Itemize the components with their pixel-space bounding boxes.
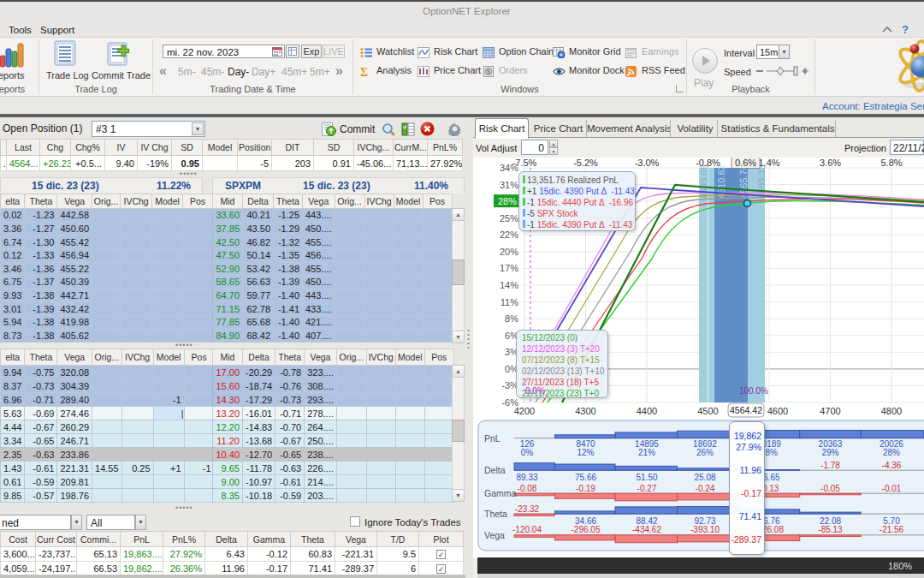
- svg-text:4500: 4500: [697, 406, 718, 416]
- svg-text:12%: 12%: [577, 448, 594, 457]
- svg-text:89.33: 89.33: [516, 473, 537, 482]
- svg-text:100.0%: 100.0%: [739, 386, 768, 396]
- svg-text:-0.05: -0.05: [820, 484, 840, 493]
- svg-text:-0.01: -0.01: [882, 484, 902, 493]
- svg-text:8%: 8%: [505, 313, 518, 324]
- svg-text:31%: 31%: [500, 180, 518, 190]
- svg-text:28%: 28%: [883, 448, 900, 457]
- svg-text:Vega: Vega: [484, 530, 505, 540]
- svg-text:-0.19: -0.19: [576, 484, 595, 493]
- svg-text:4600: 4600: [767, 406, 788, 416]
- svg-text:-296.05: -296.05: [572, 525, 601, 534]
- svg-text:5.70: 5.70: [883, 516, 900, 526]
- svg-text:22%: 22%: [500, 229, 518, 240]
- svg-text:26%: 26%: [696, 448, 714, 457]
- svg-text:-393.10: -393.10: [690, 525, 720, 534]
- svg-text:25.08: 25.08: [694, 473, 715, 482]
- svg-text:4300: 4300: [575, 406, 595, 416]
- svg-text:-5.2%: -5.2%: [573, 158, 598, 168]
- svg-text:34.66: 34.66: [575, 516, 596, 526]
- svg-text:11%: 11%: [500, 297, 518, 307]
- svg-text:75.66: 75.66: [575, 473, 596, 482]
- svg-text:4200: 4200: [514, 406, 535, 416]
- svg-text:-0.24: -0.24: [696, 484, 715, 493]
- svg-text:-0.8%: -0.8%: [696, 158, 720, 168]
- svg-text:4493.05: 4493.05: [699, 164, 709, 199]
- svg-text:14%: 14%: [500, 280, 518, 290]
- svg-text:-21.56: -21.56: [880, 525, 904, 534]
- svg-text:20%: 20%: [500, 247, 518, 257]
- svg-text:-0.27: -0.27: [637, 484, 657, 493]
- svg-text:1.4%: 1.4%: [758, 158, 779, 168]
- svg-text:21%: 21%: [638, 448, 655, 457]
- svg-text:4800: 4800: [881, 406, 902, 416]
- svg-text:-120.04: -120.04: [512, 525, 542, 534]
- svg-text:-434.62: -434.62: [632, 525, 661, 534]
- svg-text:5.8%: 5.8%: [880, 158, 902, 168]
- svg-text:-3.0%: -3.0%: [635, 158, 660, 168]
- svg-text:-23.32: -23.32: [515, 504, 540, 514]
- svg-text:4700: 4700: [820, 406, 840, 416]
- svg-text:$: $: [487, 68, 491, 75]
- svg-text:51.50: 51.50: [636, 473, 657, 482]
- svg-text:-0.08: -0.08: [518, 484, 537, 493]
- svg-text:-85.13: -85.13: [818, 525, 843, 534]
- svg-text:Σ: Σ: [360, 66, 368, 78]
- svg-text:-7.5%: -7.5%: [512, 158, 537, 168]
- svg-text:Theta: Theta: [484, 509, 507, 519]
- svg-text:92.73: 92.73: [694, 516, 715, 526]
- svg-text:88.42: 88.42: [636, 516, 657, 526]
- svg-text:-1.78: -1.78: [820, 461, 840, 470]
- svg-text:4400: 4400: [637, 406, 657, 416]
- svg-text:0%: 0%: [521, 448, 534, 457]
- svg-text:PnL: PnL: [484, 433, 500, 444]
- svg-text:17%: 17%: [500, 263, 518, 273]
- svg-text:3.6%: 3.6%: [820, 158, 841, 168]
- svg-text:28%: 28%: [498, 196, 517, 206]
- svg-text:Gamma: Gamma: [484, 488, 517, 498]
- svg-text:25%: 25%: [500, 213, 518, 223]
- svg-text:0.6%: 0.6%: [735, 158, 756, 168]
- svg-text:4564.42: 4564.42: [730, 405, 762, 415]
- svg-text:Delta: Delta: [484, 465, 506, 475]
- svg-text:29%: 29%: [821, 448, 838, 457]
- svg-text:22.08: 22.08: [820, 516, 841, 526]
- svg-text:-4.36: -4.36: [882, 461, 902, 470]
